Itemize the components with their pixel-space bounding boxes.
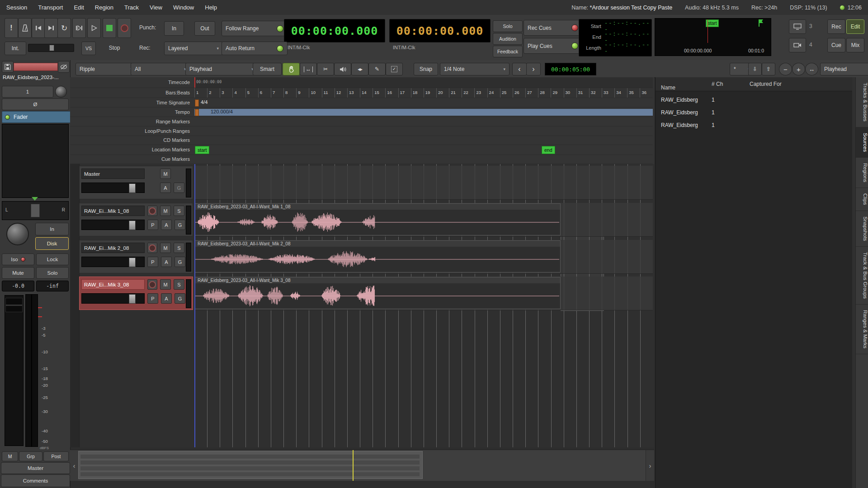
fader-processor-entry[interactable]: Fader <box>2 111 71 123</box>
track-header-track2[interactable]: RAW_Ei...Mik 2_08MSPAG <box>79 240 193 273</box>
zoom-in-button[interactable]: + <box>792 63 805 75</box>
track-mute-button[interactable]: M <box>160 206 171 216</box>
track-lanes[interactable]: RAW_Eidsberg_2023-03_All-I-Want_Mik 1_08… <box>194 164 653 447</box>
goto-end-button[interactable] <box>44 18 58 38</box>
snap-button[interactable]: Snap <box>414 63 438 75</box>
ruler-row-5[interactable] <box>194 127 653 136</box>
shuttle-vs-button[interactable]: VS <box>81 42 96 55</box>
grab-tool-button[interactable] <box>283 63 300 75</box>
track-solo-button[interactable]: S <box>174 206 184 216</box>
zoom-focus-dropdown[interactable]: Playhead▾ <box>820 63 868 75</box>
audition-indicator-button[interactable]: Audition <box>493 33 523 45</box>
menu-help[interactable]: Help <box>205 4 217 11</box>
menu-edit[interactable]: Edit <box>74 4 84 11</box>
smart-mode-button[interactable]: Smart <box>253 63 282 75</box>
rec-cues-button[interactable]: Rec Cues <box>524 20 582 36</box>
ruler-row-4[interactable] <box>194 117 653 127</box>
shuttle-handle[interactable] <box>49 45 54 51</box>
monitor-window-button[interactable] <box>789 19 806 34</box>
playlist-button[interactable]: P <box>147 293 158 304</box>
tab-track-bus-groups[interactable]: Track & Bus Groups <box>856 247 868 305</box>
strip-track-name[interactable]: RAW_Eidsberg_2023-... <box>3 75 69 80</box>
ripple-scope-dropdown[interactable]: All▾ <box>131 63 190 75</box>
track-name[interactable]: RAW_Ei...Mik 2_08 <box>81 243 145 253</box>
record-arm-button[interactable] <box>147 206 157 216</box>
group-assign-button[interactable]: G <box>175 257 185 267</box>
expand-tracks-button[interactable]: ⇧ <box>762 63 775 75</box>
loop-button[interactable]: ↻ <box>57 18 71 38</box>
ruler-label-cue-markers[interactable]: Cue Markers <box>70 155 194 164</box>
automation-button[interactable]: A <box>161 293 172 304</box>
time-signature-marker[interactable] <box>195 99 199 107</box>
solo-isolate-button[interactable]: Iso <box>2 253 34 265</box>
ruler-row-0[interactable]: 00:00:00:00 <box>194 77 653 88</box>
metering-point-button[interactable]: M <box>2 451 18 461</box>
fader-position-button[interactable]: Post <box>43 451 69 461</box>
primary-clock[interactable]: 00:00:00.000 <box>284 19 385 42</box>
play-selection-button[interactable] <box>72 18 86 38</box>
ruler-label-time-signature[interactable]: Time Signature <box>70 98 194 108</box>
stretch-tool-button[interactable]: ◂▸ <box>351 63 368 75</box>
monitor-input-button[interactable]: In <box>35 223 69 235</box>
column-channels[interactable]: # Ch <box>712 81 723 87</box>
monitor-disk-button[interactable]: Disk <box>35 237 69 250</box>
track-header-track1[interactable]: RAW_Ei...Mik 1_08MSPAG <box>79 203 193 236</box>
play-button[interactable] <box>87 18 101 38</box>
range-length-value[interactable]: --:--:--.--- <box>604 42 651 54</box>
polarity-invert-button[interactable]: Ø <box>2 99 69 110</box>
group-assign-button[interactable]: G <box>175 293 185 304</box>
group-assign-button[interactable]: G <box>175 220 185 230</box>
track-solo-button[interactable]: S <box>174 243 184 253</box>
source-row[interactable]: RAW_Eidsberg1 <box>656 106 852 119</box>
cut-tool-button[interactable]: ✂ <box>317 63 334 75</box>
edit-point-dropdown[interactable]: Playhead▾ <box>185 63 258 75</box>
video-window-button[interactable] <box>789 38 806 52</box>
fader-handle[interactable] <box>129 183 136 193</box>
strip-hide-button[interactable] <box>58 61 70 73</box>
auto-return-button[interactable]: Auto Return <box>222 42 288 55</box>
end-location-marker[interactable]: end <box>542 146 555 154</box>
audio-region[interactable]: RAW_Eidsberg_2023-03_All-I-Want_Mik 1_08 <box>194 203 561 235</box>
secondary-clock-source[interactable]: INT/M-Clk <box>393 45 415 50</box>
processor-box[interactable] <box>2 124 69 198</box>
ruler-row-6[interactable] <box>194 136 653 145</box>
recorder-window-button[interactable]: Rec <box>827 19 845 34</box>
punch-out-button[interactable]: Out <box>194 21 215 36</box>
cue-window-button[interactable]: Cue <box>827 38 845 52</box>
automation-button[interactable]: A <box>161 220 172 230</box>
menu-window[interactable]: Window <box>173 4 194 11</box>
record-arm-button[interactable] <box>147 243 157 253</box>
menu-track[interactable]: Track <box>124 4 139 11</box>
source-row[interactable]: RAW_Eidsberg1 <box>656 94 852 106</box>
track-name[interactable]: RAW_Ei...Mik 3_08 <box>81 279 145 290</box>
track-name[interactable]: Master <box>81 169 145 179</box>
automation-button[interactable]: A <box>160 183 171 193</box>
track-name[interactable]: RAW_Ei...Mik 1_08 <box>81 206 145 216</box>
nudge-clock[interactable]: 00:00:05:00 <box>545 63 596 75</box>
track-gain-fader[interactable] <box>81 257 145 267</box>
ruler-label-location-markers[interactable]: Location Markers <box>70 145 194 155</box>
ruler-label-range-markers[interactable]: Range Markers <box>70 117 194 127</box>
summary-scroll-right-button[interactable]: › <box>646 450 654 481</box>
tempo-strip[interactable] <box>194 109 653 116</box>
track-mute-button[interactable]: M <box>160 169 171 179</box>
secondary-clock[interactable]: 00:00:00.000 <box>389 19 491 42</box>
summary-overview[interactable] <box>78 450 646 481</box>
track-color-strip[interactable] <box>14 63 58 71</box>
comments-button[interactable]: Comments <box>1 474 70 487</box>
feedback-indicator-button[interactable]: Feedback <box>493 46 523 57</box>
group-assign-button[interactable]: G <box>174 183 184 193</box>
solo-lock-button[interactable]: Lock <box>36 253 69 265</box>
playhead-line[interactable] <box>194 164 195 447</box>
track-gain-fader[interactable] <box>81 220 145 230</box>
ruler-row-7[interactable]: startend <box>194 145 653 155</box>
tab-snapshots[interactable]: Snapshots <box>856 211 868 247</box>
track-gain-fader[interactable] <box>81 293 145 304</box>
summary-scroll-left-button[interactable]: ‹ <box>70 450 79 481</box>
summary-playhead[interactable] <box>353 450 354 481</box>
follow-range-button[interactable]: Follow Range <box>222 21 288 36</box>
tab-clips[interactable]: Clips <box>856 188 868 211</box>
group-button[interactable]: Grp <box>19 451 42 461</box>
record-mode-dropdown[interactable]: Layered▾ <box>164 42 223 55</box>
start-location-marker[interactable]: start <box>195 146 209 154</box>
